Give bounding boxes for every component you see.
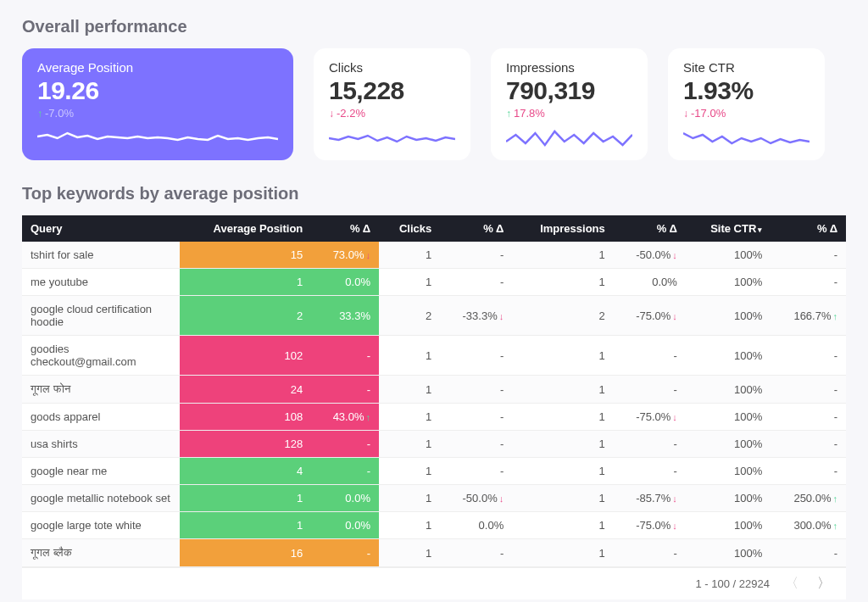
col-header[interactable]: Clicks [379, 215, 440, 242]
cell-clicks: 1 [379, 485, 440, 512]
cell-impressions: 1 [512, 512, 614, 539]
arrow-down-icon: ↓ [499, 311, 504, 321]
cell-query: usa shirts [22, 431, 180, 458]
metric-card-site_ctr[interactable]: Site CTR1.93%↓-17.0% [668, 48, 825, 160]
metric-value: 1.93% [683, 76, 810, 105]
cell-clicks: 1 [379, 269, 440, 296]
cell-ctr: 100% [686, 539, 771, 567]
col-header[interactable]: % Δ [311, 215, 379, 242]
cell-impressions: 2 [512, 296, 614, 336]
metric-label: Impressions [506, 60, 632, 75]
metric-delta: ↑-7.0% [37, 107, 278, 120]
arrow-up-icon: ↑ [37, 108, 42, 120]
cell-ctr: 100% [686, 431, 771, 458]
cell: - [614, 376, 686, 404]
arrow-down-icon: ↓ [499, 493, 504, 504]
col-header[interactable]: % Δ [440, 215, 512, 242]
pager-prev[interactable]: 〈 [782, 575, 802, 593]
cell-query: गूगल फोन [22, 376, 180, 404]
metric-card-clicks[interactable]: Clicks15,228↓-2.2% [314, 48, 470, 160]
arrow-up-icon: ↑ [833, 311, 838, 321]
table-row[interactable]: goods apparel10843.0%↑1-1-75.0%↓100%- [22, 404, 846, 431]
metric-card-impressions[interactable]: Impressions790,319↑17.8% [491, 48, 648, 160]
cell-clicks: 1 [379, 512, 440, 539]
metric-value: 15,228 [329, 76, 455, 105]
cell-clicks: 2 [379, 296, 440, 336]
cell-position-delta: 73.0%↓ [311, 242, 379, 269]
cell: - [771, 376, 846, 404]
cell-impressions: 1 [512, 376, 614, 404]
cell-position: 15 [180, 242, 312, 269]
cell: 0.0% [614, 269, 686, 296]
table-row[interactable]: me youtube10.0%1-10.0%100%- [22, 269, 846, 296]
table-row[interactable]: google cloud certification hoodie233.3%2… [22, 296, 846, 336]
cell-clicks: 1 [379, 404, 440, 431]
cell-clicks: 1 [379, 376, 440, 404]
cell: - [614, 539, 686, 567]
sort-caret-icon: ▾ [758, 226, 762, 234]
metric-card-avg_position[interactable]: Average Position19.26↑-7.0% [22, 48, 293, 160]
cell-clicks: 1 [379, 431, 440, 458]
cell-query: me youtube [22, 269, 180, 296]
cell-position: 102 [180, 336, 312, 376]
sparkline [506, 126, 632, 148]
table-row[interactable]: गूगल फोन24-1-1-100%- [22, 376, 846, 404]
cell: - [771, 539, 846, 567]
cell: - [771, 431, 846, 458]
cell-impressions: 1 [512, 485, 614, 512]
metric-delta: ↑17.8% [506, 107, 632, 120]
cell-query: goods apparel [22, 404, 180, 431]
cell-query: google cloud certification hoodie [22, 296, 180, 336]
cell-impressions: 1 [512, 539, 614, 567]
cell-ctr: 100% [686, 404, 771, 431]
cell-position: 1 [180, 269, 312, 296]
cell: -33.3%↓ [440, 296, 512, 336]
table-row[interactable]: usa shirts128-1-1-100%- [22, 431, 846, 458]
table-row[interactable]: google large tote white10.0%10.0%1-75.0%… [22, 512, 846, 539]
cell-query: goodies checkout@gmail.com [22, 336, 180, 376]
cell: - [440, 431, 512, 458]
arrow-up-icon: ↑ [366, 412, 371, 422]
col-header[interactable]: % Δ [771, 215, 846, 242]
col-header[interactable]: Site CTR▾ [686, 215, 771, 242]
arrow-up-icon: ↑ [506, 108, 511, 120]
col-header[interactable]: Average Position [180, 215, 312, 242]
cell: -85.7%↓ [614, 485, 686, 512]
cell-clicks: 1 [379, 539, 440, 567]
cell: - [771, 336, 846, 376]
cell-ctr: 100% [686, 512, 771, 539]
cell-position: 24 [180, 376, 312, 404]
cell-position: 16 [180, 539, 312, 567]
cell-position-delta: - [311, 458, 379, 485]
cell-position-delta: - [311, 376, 379, 404]
table-row[interactable]: google near me4-1-1-100%- [22, 458, 846, 485]
col-header[interactable]: % Δ [614, 215, 686, 242]
pager-next[interactable]: 〉 [814, 575, 834, 593]
cell-position: 1 [180, 512, 312, 539]
cell-ctr: 100% [686, 458, 771, 485]
table-row[interactable]: google metallic notebook set10.0%1-50.0%… [22, 485, 846, 512]
cell-position: 128 [180, 431, 312, 458]
arrow-down-icon: ↓ [672, 521, 677, 531]
cell: -50.0%↓ [440, 485, 512, 512]
table-row[interactable]: गूगल ब्लैक16-1-1-100%- [22, 539, 846, 567]
arrow-down-icon: ↓ [672, 412, 677, 422]
cell-position-delta: 43.0%↑ [311, 404, 379, 431]
cell: - [440, 269, 512, 296]
cell-position-delta: 0.0% [311, 485, 379, 512]
col-header[interactable]: Query [22, 215, 180, 242]
table-row[interactable]: goodies checkout@gmail.com102-1-1-100%- [22, 336, 846, 376]
cell-position-delta: 0.0% [311, 269, 379, 296]
cell: -75.0%↓ [614, 404, 686, 431]
cell-position: 108 [180, 404, 312, 431]
cell-position-delta: 33.3% [311, 296, 379, 336]
cell-position: 1 [180, 485, 312, 512]
cell-position: 4 [180, 458, 312, 485]
cell-ctr: 100% [686, 336, 771, 376]
cell-ctr: 100% [686, 269, 771, 296]
metric-delta: ↓-2.2% [329, 107, 455, 120]
col-header[interactable]: Impressions [512, 215, 614, 242]
cell: - [614, 336, 686, 376]
cell: 300.0%↑ [771, 512, 846, 539]
table-row[interactable]: tshirt for sale1573.0%↓1-1-50.0%↓100%- [22, 242, 846, 269]
